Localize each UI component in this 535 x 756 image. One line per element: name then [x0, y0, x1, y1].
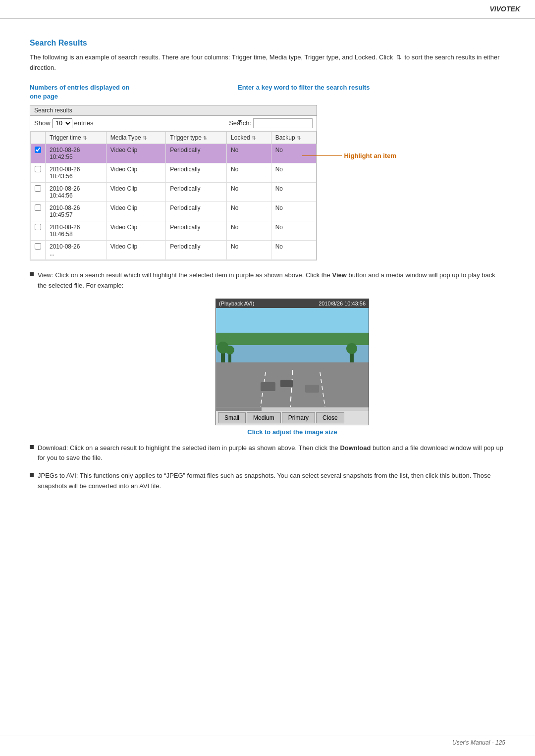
media-type-cell: Video Clip — [106, 240, 165, 259]
header-locked[interactable]: Locked ⇅ — [227, 131, 271, 144]
bullet-text-jpegs: JPEGs to AVI: This functions only applie… — [38, 471, 505, 492]
trigger-type-cell: Periodically — [166, 144, 227, 163]
trigger-time-cell: 2010-08-26 10:45:57 — [46, 202, 107, 221]
locked-cell: No — [227, 202, 271, 221]
row-checkbox[interactable] — [35, 204, 41, 211]
trigger-type-cell: Periodically — [166, 182, 227, 202]
trigger-type-cell: Periodically — [166, 221, 227, 240]
bullet-icon-download — [30, 445, 34, 449]
sort-icon: ⇅ — [396, 54, 401, 61]
entries-label: entries — [74, 119, 94, 127]
table-container: Search results Show 10 25 50 entries Sea… — [30, 105, 317, 260]
table-row[interactable]: 2010-08-26 10:43:56Video ClipPeriodicall… — [31, 163, 317, 182]
playback-scrubber[interactable] — [216, 407, 369, 411]
svg-rect-7 — [261, 382, 275, 391]
search-input[interactable] — [253, 118, 313, 128]
table-row[interactable]: 2010-08-26 10:45:57Video ClipPeriodicall… — [31, 202, 317, 221]
media-type-cell: Video Clip — [106, 182, 165, 202]
main-content: Search Results The following is an examp… — [0, 19, 535, 519]
locked-cell: No — [227, 182, 271, 202]
table-row[interactable]: 2010-08-26 10:46:58Video ClipPeriodicall… — [31, 221, 317, 240]
row-checkbox-cell — [31, 202, 46, 221]
bullet-jpegs: JPEGs to AVI: This functions only applie… — [30, 471, 505, 492]
row-checkbox-cell — [31, 182, 46, 202]
table-row[interactable]: 2010-08-26 10:44:56Video ClipPeriodicall… — [31, 182, 317, 202]
bullet-download: Download: Click on a search result to hi… — [30, 443, 505, 464]
playback-container: (Playback AVI) 2010/8/26 10:43:56 — [79, 299, 505, 436]
locked-cell: No — [227, 144, 271, 163]
header-row: Trigger time ⇅ Media Type ⇅ Trigger type… — [31, 131, 317, 144]
backup-cell: No — [271, 182, 316, 202]
trigger-time-cell: 2010-08-26 10:42:55 — [46, 144, 107, 163]
header-checkbox — [31, 131, 46, 144]
bullet-icon-view — [30, 272, 34, 276]
backup-cell: No — [271, 163, 316, 182]
row-checkbox[interactable] — [35, 224, 41, 230]
header: VIVOTEK — [0, 0, 535, 19]
backup-cell: No — [271, 221, 316, 240]
svg-point-15 — [346, 343, 357, 354]
trigger-type-cell: Periodically — [166, 163, 227, 182]
row-checkbox-cell — [31, 221, 46, 240]
trigger-type-cell: Periodically — [166, 202, 227, 221]
trigger-time-cell: 2010-08-26 10:43:56 — [46, 163, 107, 182]
playback-titlebar: (Playback AVI) 2010/8/26 10:43:56 — [216, 299, 369, 308]
bullet-section: View: Click on a search result which wil… — [30, 270, 505, 492]
header-backup[interactable]: Backup ⇅ — [271, 131, 316, 144]
primary-button[interactable]: Primary — [282, 412, 315, 423]
close-button[interactable]: Close — [316, 412, 344, 423]
brand-logo: VIVOTEK — [490, 5, 520, 13]
row-checkbox[interactable] — [35, 147, 41, 153]
svg-rect-9 — [280, 380, 293, 387]
svg-point-13 — [225, 346, 234, 354]
media-type-cell: Video Clip — [106, 221, 165, 240]
section-title: Search Results — [30, 39, 505, 48]
trigger-time-cell: 2010-08-26 10:44:56 — [46, 182, 107, 202]
small-button[interactable]: Small — [218, 412, 246, 423]
table-body: 2010-08-26 10:42:55Video ClipPeriodicall… — [31, 144, 317, 259]
playback-title: (Playback AVI) — [219, 301, 254, 306]
playback-window: (Playback AVI) 2010/8/26 10:43:56 — [215, 299, 369, 425]
trigger-type-cell: Periodically — [166, 240, 227, 259]
playback-scene — [216, 308, 369, 407]
medium-button[interactable]: Medium — [247, 412, 281, 423]
search-results-box: Search results Show 10 25 50 entries Sea… — [30, 105, 317, 260]
scene-svg — [216, 308, 369, 407]
show-label: Show — [34, 119, 51, 127]
row-checkbox-cell — [31, 163, 46, 182]
playback-buttons: Small Medium Primary Close — [216, 411, 369, 425]
locked-cell: No — [227, 221, 271, 240]
table-row[interactable]: 2010-08-26 ...Video ClipPeriodicallyNoNo — [31, 240, 317, 259]
media-type-cell: Video Clip — [106, 144, 165, 163]
header-media-type[interactable]: Media Type ⇅ — [106, 131, 165, 144]
highlight-line — [302, 155, 342, 156]
locked-cell: No — [227, 163, 271, 182]
intro-paragraph: The following is an example of search re… — [30, 52, 505, 73]
annotation-labels: Numbers of entries displayed on one page… — [30, 83, 505, 101]
row-checkbox-cell — [31, 240, 46, 259]
row-checkbox[interactable] — [35, 243, 41, 250]
search-results-title: Search results — [30, 105, 317, 116]
search-label: Search: — [229, 119, 251, 127]
trigger-time-cell: 2010-08-26 ... — [46, 240, 107, 259]
bullet-icon-jpegs — [30, 473, 34, 477]
row-checkbox[interactable] — [35, 185, 41, 192]
row-checkbox[interactable] — [35, 166, 41, 172]
media-type-cell: Video Clip — [106, 202, 165, 221]
header-trigger-type[interactable]: Trigger type ⇅ — [166, 131, 227, 144]
highlight-text: Highlight an item — [344, 152, 396, 159]
entries-annotation-label: Numbers of entries displayed on one page — [30, 83, 139, 101]
results-table: Trigger time ⇅ Media Type ⇅ Trigger type… — [30, 131, 317, 260]
bullet-view: View: Click on a search result which wil… — [30, 270, 505, 291]
entries-select[interactable]: 10 25 50 — [53, 118, 72, 128]
backup-cell: No — [271, 240, 316, 259]
table-row[interactable]: 2010-08-26 10:42:55Video ClipPeriodicall… — [31, 144, 317, 163]
header-trigger-time[interactable]: Trigger time ⇅ — [46, 131, 107, 144]
locked-cell: No — [227, 240, 271, 259]
annotation-area: Numbers of entries displayed on one page… — [30, 83, 505, 260]
bullet-text-download: Download: Click on a search result to hi… — [38, 443, 505, 464]
click-adjust-label: Click to adjust the image size — [247, 428, 337, 436]
footer: User's Manual - 125 — [452, 739, 505, 746]
backup-cell: No — [271, 202, 316, 221]
show-search-row: Show 10 25 50 entries Search: — [30, 116, 317, 131]
